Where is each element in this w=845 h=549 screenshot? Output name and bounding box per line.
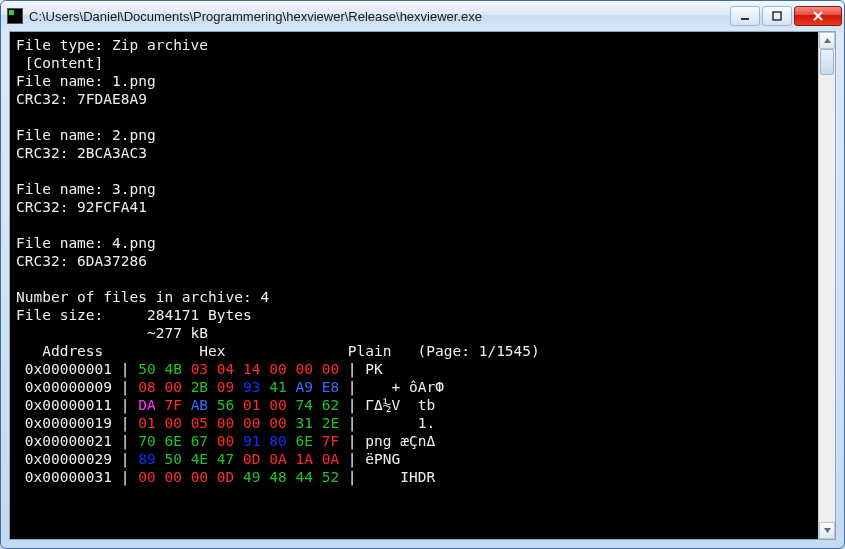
hex-byte: 03 [191, 361, 217, 377]
hex-byte: 7F [322, 433, 339, 449]
hex-byte: DA [138, 397, 164, 413]
plain-text-cell: IHDR [365, 469, 435, 485]
close-button[interactable] [794, 6, 842, 26]
hex-byte: 0A [322, 451, 339, 467]
hex-byte: 09 [217, 379, 243, 395]
separator: | [339, 433, 365, 449]
hex-byte: 44 [295, 469, 321, 485]
hex-byte: E8 [322, 379, 339, 395]
console-line: File name: 2.png [16, 126, 812, 144]
hex-byte: 00 [295, 361, 321, 377]
hex-byte: 6E [164, 433, 190, 449]
scrollbar-thumb[interactable] [820, 49, 834, 75]
hex-byte: 00 [164, 415, 190, 431]
address-cell: 0x00000001 [16, 361, 121, 377]
hex-byte: A9 [295, 379, 321, 395]
plain-text-cell: ëPNG [365, 451, 400, 467]
console-line: File size: 284171 Bytes [16, 306, 812, 324]
address-cell: 0x00000009 [16, 379, 121, 395]
hex-byte: 91 [243, 433, 269, 449]
hex-byte: 6E [295, 433, 321, 449]
hex-byte: 80 [269, 433, 295, 449]
hex-byte: 0D [243, 451, 269, 467]
minimize-button[interactable] [730, 6, 760, 26]
address-cell: 0x00000011 [16, 397, 121, 413]
hex-row: 0x00000011 | DA 7F AB 56 01 00 74 62 | Γ… [16, 396, 812, 414]
svg-rect-1 [773, 12, 781, 20]
hex-byte: 62 [322, 397, 339, 413]
hex-byte: 00 [164, 469, 190, 485]
hex-row: 0x00000009 | 08 00 2B 09 93 41 A9 E8 | +… [16, 378, 812, 396]
window-title: C:\Users\Daniel\Documents\Programmering\… [29, 9, 728, 24]
console-line: File name: 1.png [16, 72, 812, 90]
console-output: File type: Zip archive [Content]File nam… [10, 32, 818, 539]
hex-row: 0x00000001 | 50 4B 03 04 14 00 00 00 | P… [16, 360, 812, 378]
hex-byte: 56 [217, 397, 243, 413]
hex-byte: 49 [243, 469, 269, 485]
hex-byte: 05 [191, 415, 217, 431]
vertical-scrollbar[interactable] [818, 32, 835, 539]
console-line: CRC32: 2BCA3AC3 [16, 144, 812, 162]
separator: | [339, 379, 365, 395]
console-line: CRC32: 6DA37286 [16, 252, 812, 270]
hex-byte: 7F [164, 397, 190, 413]
scroll-up-button[interactable] [819, 32, 835, 49]
address-cell: 0x00000031 [16, 469, 121, 485]
hex-byte: 50 [138, 361, 164, 377]
separator: | [121, 469, 138, 485]
hex-byte: 2E [322, 415, 339, 431]
hex-byte: 00 [217, 433, 243, 449]
separator: | [121, 415, 138, 431]
hex-byte: 00 [164, 379, 190, 395]
separator: | [339, 415, 365, 431]
address-cell: 0x00000029 [16, 451, 121, 467]
hex-byte: 0D [217, 469, 243, 485]
scrollbar-track[interactable] [819, 49, 835, 522]
hex-byte: 1A [295, 451, 321, 467]
plain-text-cell: png æÇnΔ [365, 433, 435, 449]
plain-text-cell: ΓΔ½V tb [365, 397, 435, 413]
hex-byte: 50 [164, 451, 190, 467]
console-line: ~277 kB [16, 324, 812, 342]
console-line: CRC32: 7FDAE8A9 [16, 90, 812, 108]
hex-byte: 00 [138, 469, 164, 485]
plain-text-cell: + ôArФ [365, 379, 444, 395]
hex-byte: 89 [138, 451, 164, 467]
hex-byte: 93 [243, 379, 269, 395]
address-cell: 0x00000019 [16, 415, 121, 431]
console-line [16, 108, 812, 126]
maximize-button[interactable] [762, 6, 792, 26]
separator: | [339, 397, 365, 413]
separator: | [121, 361, 138, 377]
hex-byte: 00 [269, 361, 295, 377]
separator: | [339, 451, 365, 467]
hex-row: 0x00000031 | 00 00 00 0D 49 48 44 52 | I… [16, 468, 812, 486]
hex-byte: 70 [138, 433, 164, 449]
hex-byte: 0A [269, 451, 295, 467]
plain-text-cell: 1. [365, 415, 435, 431]
hex-byte: 4B [164, 361, 190, 377]
console-line: File name: 3.png [16, 180, 812, 198]
plain-text-cell: PK [365, 361, 382, 377]
hex-byte: 67 [191, 433, 217, 449]
hex-byte: 74 [295, 397, 321, 413]
hex-byte: AB [191, 397, 217, 413]
console-line: File name: 4.png [16, 234, 812, 252]
console-line [16, 270, 812, 288]
app-icon [7, 8, 23, 24]
scroll-down-button[interactable] [819, 522, 835, 539]
console-line: File type: Zip archive [16, 36, 812, 54]
hex-byte: 00 [191, 469, 217, 485]
hex-byte: 00 [269, 397, 295, 413]
hex-byte: 47 [217, 451, 243, 467]
separator: | [121, 379, 138, 395]
hex-byte: 48 [269, 469, 295, 485]
titlebar: C:\Users\Daniel\Documents\Programmering\… [1, 1, 844, 31]
hex-byte: 31 [295, 415, 321, 431]
hex-byte: 00 [322, 361, 339, 377]
separator: | [339, 469, 365, 485]
separator: | [121, 451, 138, 467]
console-line [16, 216, 812, 234]
hex-byte: 00 [269, 415, 295, 431]
client-area: File type: Zip archive [Content]File nam… [9, 31, 836, 540]
